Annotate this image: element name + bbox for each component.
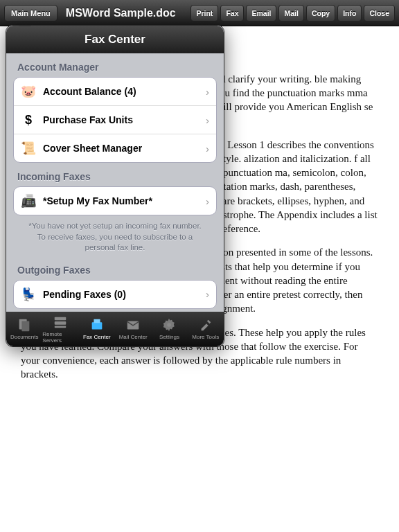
document-title: MSWord Sample.doc [60, 7, 188, 19]
tab-documents[interactable]: Documents [6, 312, 42, 346]
servers-icon [53, 314, 68, 330]
piggy-bank-icon: 🐷 [21, 84, 36, 99]
mail-icon [125, 317, 141, 332]
popover-body: Account Manager 🐷 Account Balance (4) › … [6, 53, 224, 312]
account-balance-row[interactable]: 🐷 Account Balance (4) › [14, 78, 216, 106]
dollar-icon: $ [21, 112, 36, 127]
email-button[interactable]: Email [246, 5, 276, 21]
copy-button[interactable]: Copy [306, 5, 335, 21]
section-incoming-faxes: Incoming Faxes [6, 163, 224, 186]
cover-sheet-label: Cover Sheet Manager [43, 143, 206, 154]
chevron-right-icon: › [206, 86, 209, 98]
tab-remote-servers[interactable]: Remote Servers [42, 312, 78, 346]
account-balance-label: Account Balance (4) [43, 86, 206, 97]
chevron-right-icon: › [206, 288, 209, 300]
tab-more-tools[interactable]: More Tools [188, 312, 224, 346]
outgoing-list: 💺 Pending Faxes (0) › [13, 280, 217, 309]
documents-icon [17, 317, 32, 332]
popover-title: Fax Center [6, 26, 224, 53]
mail-button[interactable]: Mail [278, 5, 303, 21]
purchase-units-label: Purchase Fax Units [43, 114, 206, 125]
main-menu-button[interactable]: Main Menu [4, 5, 57, 21]
svg-rect-1 [21, 321, 29, 332]
tab-label: Remote Servers [42, 331, 78, 344]
info-button[interactable]: Info [337, 5, 362, 21]
pending-faxes-label: Pending Faxes (0) [43, 289, 206, 300]
print-button[interactable]: Print [190, 5, 218, 21]
person-seat-icon: 💺 [21, 287, 36, 302]
setup-fax-number-row[interactable]: 📠 *Setup My Fax Number* › [14, 187, 216, 215]
fax-icon [89, 317, 105, 332]
cover-sheet-row[interactable]: 📜 Cover Sheet Manager › [14, 134, 216, 162]
tools-icon [198, 317, 213, 332]
topbar-actions: Print Fax Email Mail Copy Info Close [190, 5, 395, 21]
section-outgoing-faxes: Outgoing Faxes [6, 256, 224, 280]
tab-label: More Tools [192, 334, 219, 340]
chevron-right-icon: › [206, 114, 209, 126]
chevron-right-icon: › [206, 195, 209, 207]
tab-label: Fax Center [83, 334, 111, 340]
tab-label: Mail Center [119, 334, 148, 340]
incoming-list: 📠 *Setup My Fax Number* › [13, 186, 217, 215]
popover-arrow [19, 25, 31, 26]
fax-machine-icon: 📠 [21, 193, 36, 209]
svg-rect-5 [91, 322, 102, 329]
popover-toolbar: Documents Remote Servers Fax Center Mail… [6, 312, 224, 346]
purchase-units-row[interactable]: $ Purchase Fax Units › [14, 106, 216, 134]
tab-label: Documents [10, 334, 38, 340]
tab-mail-center[interactable]: Mail Center [115, 312, 151, 346]
tab-settings[interactable]: Settings [151, 312, 187, 346]
close-button[interactable]: Close [364, 5, 395, 21]
tab-label: Settings [159, 334, 179, 340]
incoming-note: *You have not yet setup an incoming fax … [6, 215, 224, 256]
fax-center-popover: Fax Center Account Manager 🐷 Account Bal… [6, 25, 224, 347]
fax-button[interactable]: Fax [220, 5, 244, 21]
svg-rect-3 [55, 321, 66, 325]
section-account-manager: Account Manager [6, 53, 224, 77]
gear-icon [161, 317, 177, 332]
setup-fax-label: *Setup My Fax Number* [43, 195, 206, 206]
svg-rect-6 [94, 319, 100, 323]
topbar: Main Menu MSWord Sample.doc Print Fax Em… [0, 0, 399, 26]
scroll-icon: 📜 [21, 141, 36, 156]
chevron-right-icon: › [206, 143, 209, 154]
pending-faxes-row[interactable]: 💺 Pending Faxes (0) › [14, 281, 216, 308]
tab-fax-center[interactable]: Fax Center [79, 312, 115, 346]
svg-rect-4 [55, 326, 66, 328]
account-list: 🐷 Account Balance (4) › $ Purchase Fax U… [13, 77, 217, 163]
svg-rect-2 [55, 317, 66, 320]
